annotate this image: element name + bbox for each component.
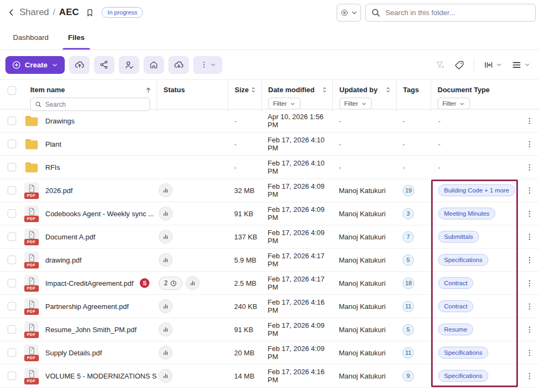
document-type-pill[interactable]: Contract: [438, 277, 473, 289]
row-menu-button[interactable]: [523, 323, 536, 336]
tags-count-badge[interactable]: 5: [402, 324, 414, 335]
row-checkbox[interactable]: [8, 325, 16, 334]
upload-button[interactable]: [69, 56, 90, 74]
date-filter-dropdown[interactable]: Filter: [268, 98, 301, 109]
more-actions-button[interactable]: [193, 56, 222, 74]
item-name[interactable]: Partnership Agreement.pdf: [45, 302, 129, 311]
column-header-date-modified[interactable]: Date modified: [268, 86, 315, 94]
item-name[interactable]: RFIs: [45, 163, 60, 171]
item-name[interactable]: Plant: [45, 140, 62, 148]
row-menu-button[interactable]: [523, 369, 536, 383]
name-filter-input[interactable]: [45, 101, 145, 108]
back-button[interactable]: [4, 5, 18, 19]
status-chart-icon[interactable]: [159, 207, 173, 221]
table-row[interactable]: PDF drawing.pdf 5.9 MB Feb 17, 2026 4:17…: [0, 249, 539, 272]
document-type-pill[interactable]: Resume: [438, 324, 473, 335]
view-mode-dropdown[interactable]: [511, 60, 530, 70]
download-button[interactable]: [168, 56, 189, 74]
row-menu-button[interactable]: [523, 277, 536, 290]
breadcrumb-parent[interactable]: Shared: [19, 7, 49, 18]
row-checkbox[interactable]: [8, 372, 16, 380]
home-button[interactable]: [144, 56, 164, 74]
table-row[interactable]: PDF Partnership Agreement.pdf 240 KB Feb…: [0, 295, 539, 318]
tags-count-badge[interactable]: 11: [402, 347, 414, 359]
status-chart-icon[interactable]: [159, 183, 173, 197]
item-name[interactable]: drawing.pdf: [45, 256, 81, 264]
document-type-pill[interactable]: Specifications: [438, 254, 488, 266]
item-name[interactable]: 2026.pdf: [45, 187, 73, 195]
status-chart-icon[interactable]: [159, 346, 173, 360]
column-settings-dropdown[interactable]: [483, 60, 502, 70]
row-menu-button[interactable]: [523, 114, 536, 128]
table-row[interactable]: Plant - Feb 17, 2026 4:10 PM - - -: [0, 133, 539, 156]
row-menu-button[interactable]: [523, 300, 536, 313]
search-scope-dropdown[interactable]: [337, 4, 361, 22]
sort-asc-icon[interactable]: [145, 86, 152, 94]
tags-count-badge[interactable]: 11: [402, 301, 414, 312]
item-name[interactable]: Supply Details.pdf: [45, 349, 102, 357]
status-chart-icon[interactable]: [159, 369, 173, 383]
search-input[interactable]: [385, 9, 530, 17]
status-chart-icon[interactable]: [159, 253, 173, 267]
sort-icon[interactable]: [250, 86, 257, 93]
tags-count-badge[interactable]: 7: [402, 231, 414, 243]
document-type-pill[interactable]: Building Code + 1 more: [438, 184, 515, 196]
item-name[interactable]: VOLUME 5 - MODERNIZATIONS S...: [45, 372, 156, 380]
item-name[interactable]: Drawings: [45, 117, 74, 125]
document-type-pill[interactable]: Contract: [438, 300, 473, 312]
row-checkbox[interactable]: [8, 186, 16, 195]
bookmark-icon[interactable]: [85, 8, 94, 17]
column-header-status[interactable]: Status: [163, 86, 185, 94]
table-row[interactable]: PDF Impact-CreditAgreement.pdf S 2 2.5 M…: [0, 272, 539, 295]
row-menu-button[interactable]: [523, 230, 536, 244]
table-row[interactable]: PDF Supply Details.pdf 20 MB Feb 17, 202…: [0, 341, 539, 365]
sort-icon[interactable]: [385, 86, 392, 93]
tags-button[interactable]: [454, 60, 465, 70]
select-all-checkbox[interactable]: [8, 86, 16, 95]
share-button[interactable]: [94, 56, 114, 74]
tags-count-badge[interactable]: 9: [402, 370, 414, 382]
row-menu-button[interactable]: [523, 161, 536, 174]
document-type-pill[interactable]: Specifications: [438, 370, 488, 382]
table-row[interactable]: PDF 2026.pdf 32 MB Feb 17, 2026 4:09 PM …: [0, 179, 539, 202]
tab-files[interactable]: Files: [68, 33, 85, 50]
item-name[interactable]: Resume_John Smith_PM.pdf: [45, 326, 137, 334]
create-button[interactable]: Create: [5, 56, 65, 74]
tags-count-badge[interactable]: 19: [402, 185, 414, 196]
status-chart-icon[interactable]: [159, 299, 173, 313]
row-menu-button[interactable]: [523, 253, 536, 267]
document-type-pill[interactable]: Meeting Minutes: [438, 208, 495, 219]
column-header-size[interactable]: Size: [235, 86, 249, 94]
column-header-document-type[interactable]: Document Type: [438, 86, 490, 94]
table-row[interactable]: PDF Document A.pdf 137 KB Feb 17, 2026 4…: [0, 225, 539, 249]
row-checkbox[interactable]: [8, 232, 16, 241]
status-chart-icon[interactable]: [186, 276, 200, 290]
row-checkbox[interactable]: [8, 116, 16, 125]
table-row[interactable]: PDF Resume_John Smith_PM.pdf 91 KB Feb 1…: [0, 318, 539, 341]
row-menu-button[interactable]: [523, 184, 536, 197]
tags-count-badge[interactable]: 18: [402, 278, 414, 289]
document-type-pill[interactable]: Specifications: [438, 347, 488, 359]
column-header-tags[interactable]: Tags: [403, 86, 419, 94]
row-checkbox[interactable]: [8, 209, 16, 218]
table-row[interactable]: PDF Codebooks Agent - Weekly sync ... 91…: [0, 202, 539, 225]
row-menu-button[interactable]: [523, 207, 536, 221]
clear-filters-button[interactable]: [435, 60, 445, 70]
status-timer-badge[interactable]: 2: [159, 277, 182, 290]
tags-count-badge[interactable]: 5: [402, 255, 414, 266]
row-menu-button[interactable]: [523, 346, 536, 360]
tags-count-badge[interactable]: 3: [402, 208, 414, 219]
table-row[interactable]: RFIs - Feb 17, 2026 4:10 PM - - -: [0, 156, 539, 179]
tab-dashboard[interactable]: Dashboard: [13, 33, 49, 50]
manage-collaborators-button[interactable]: [119, 56, 139, 74]
table-row[interactable]: Drawings - Apr 10, 2026 1:56 PM - - -: [0, 109, 539, 133]
updated-by-filter-dropdown[interactable]: Filter: [339, 98, 372, 109]
column-header-item-name[interactable]: Item name: [30, 86, 65, 94]
column-header-updated-by[interactable]: Updated by: [339, 86, 378, 94]
document-type-pill[interactable]: Submittals: [438, 231, 479, 243]
row-checkbox[interactable]: [8, 302, 16, 311]
row-checkbox[interactable]: [8, 140, 16, 148]
status-chart-icon[interactable]: [159, 230, 173, 244]
item-name[interactable]: Codebooks Agent - Weekly sync ...: [45, 210, 154, 218]
item-name[interactable]: Document A.pdf: [45, 233, 95, 241]
